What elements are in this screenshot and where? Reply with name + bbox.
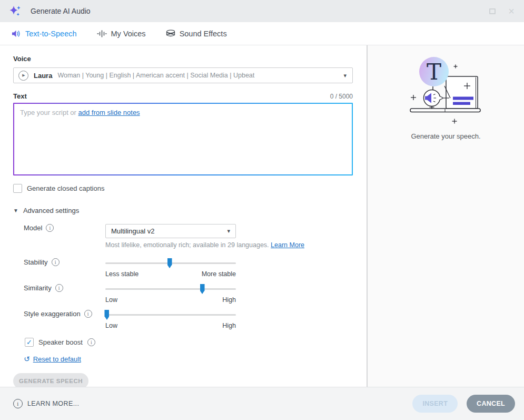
slider-track[interactable]	[105, 314, 236, 316]
char-counter: 0 / 5000	[330, 93, 353, 100]
learn-more-label: LEARN MORE...	[27, 400, 79, 407]
insert-button[interactable]: INSERT	[412, 395, 458, 413]
tab-my-voices[interactable]: My Voices	[97, 30, 146, 38]
advanced-settings-label: Advanced settings	[23, 207, 79, 214]
voice-select[interactable]: ▶ Laura Woman | Young | English | Americ…	[13, 67, 353, 83]
generate-ai-audio-dialog: Generate AI Audio × Text-to-Speech	[0, 0, 524, 420]
speaker-boost-option: ✓ Speaker boost i	[25, 338, 353, 347]
cancel-button[interactable]: CANCEL	[467, 395, 515, 413]
generate-speech-illustration: T	[404, 52, 488, 125]
tab-text-to-speech[interactable]: Text-to-Speech	[12, 30, 77, 38]
chevron-down-icon[interactable]: ▾	[343, 72, 347, 79]
generate-speech-button[interactable]: GENERATE SPEECH	[13, 373, 88, 387]
slider-thumb[interactable]	[167, 258, 172, 268]
svg-text:T: T	[426, 59, 441, 85]
close-icon[interactable]: ×	[508, 6, 515, 16]
slider-min-label: Less stable	[105, 270, 139, 278]
slider-max-label: More stable	[202, 270, 236, 278]
info-icon[interactable]: i	[55, 284, 63, 292]
slider-min-label: Low	[105, 296, 117, 304]
speaker-icon	[12, 30, 21, 38]
drum-icon	[166, 30, 175, 37]
slider-max-label: High	[222, 296, 236, 304]
laptop-icon	[410, 76, 480, 112]
closed-captions-checkbox[interactable]	[13, 184, 22, 193]
letter-t-icon: T	[419, 57, 449, 86]
play-voice-button[interactable]: ▶	[18, 71, 28, 81]
info-icon[interactable]: i	[84, 310, 92, 318]
side-caption: Generate your speech.	[411, 132, 480, 140]
info-icon[interactable]: i	[87, 338, 95, 346]
reset-to-default-link[interactable]: Reset to default	[33, 355, 81, 363]
model-description: Most lifelike, emotionally rich; availab…	[105, 241, 305, 249]
similarity-label: Similarity	[24, 284, 52, 292]
info-icon[interactable]: i	[52, 258, 60, 266]
slider-max-label: High	[222, 322, 236, 329]
dialog-title: Generate AI Audio	[31, 7, 91, 15]
closed-captions-option: Generate closed captions	[13, 184, 353, 193]
tab-label: My Voices	[111, 30, 146, 38]
similarity-slider[interactable]	[105, 284, 236, 295]
model-description-text: Most lifelike, emotionally rich; availab…	[105, 241, 269, 249]
textarea-placeholder: Type your script or	[20, 109, 78, 116]
ai-sparkle-icon	[8, 4, 22, 18]
stability-slider[interactable]	[105, 258, 236, 269]
voice-label: Voice	[13, 55, 353, 63]
style-exaggeration-slider[interactable]	[105, 310, 236, 320]
tab-sound-effects[interactable]: Sound Effects	[166, 30, 227, 38]
slider-min-label: Low	[105, 322, 117, 329]
model-dropdown[interactable]: Multilingual v2 ▾	[105, 224, 236, 238]
side-panel: T Generate you	[368, 45, 524, 387]
closed-captions-label: Generate closed captions	[27, 184, 104, 192]
text-label: Text	[13, 92, 27, 100]
script-textarea[interactable]: Type your script or add from slide notes	[13, 103, 353, 175]
info-icon: i	[13, 399, 23, 408]
reset-icon: ↺	[24, 355, 30, 363]
waveform-icon	[97, 30, 107, 38]
style-exaggeration-label: Style exaggeration	[24, 310, 81, 318]
titlebar: Generate AI Audio ×	[0, 0, 524, 22]
slider-thumb[interactable]	[200, 284, 205, 294]
speaker-boost-label: Speaker boost	[38, 338, 83, 346]
tab-label: Text-to-Speech	[25, 30, 77, 38]
tab-bar: Text-to-Speech My Voices	[0, 22, 524, 45]
window-controls: ×	[489, 6, 515, 16]
speaker-bubble-icon	[423, 90, 443, 106]
maximize-icon[interactable]	[489, 8, 496, 14]
voice-name: Laura	[34, 72, 52, 80]
main-panel: Voice ▶ Laura Woman | Young | English | …	[0, 45, 367, 387]
voice-traits: Woman | Young | English | American accen…	[57, 72, 254, 79]
learn-more-link[interactable]: Learn More	[271, 241, 304, 249]
tab-label: Sound Effects	[180, 30, 227, 38]
triangle-down-icon: ▼	[13, 208, 18, 213]
stability-label: Stability	[24, 258, 48, 266]
learn-more-button[interactable]: i LEARN MORE...	[13, 399, 79, 408]
model-label: Model	[24, 224, 42, 232]
advanced-settings-toggle[interactable]: ▼ Advanced settings	[13, 207, 353, 214]
info-icon[interactable]: i	[46, 224, 54, 232]
slider-track[interactable]	[105, 288, 236, 290]
speaker-boost-checkbox[interactable]: ✓	[25, 338, 34, 347]
model-value: Multilingual v2	[111, 227, 154, 235]
chevron-down-icon: ▾	[227, 228, 230, 235]
footer: i LEARN MORE... INSERT CANCEL	[0, 387, 524, 420]
slider-thumb[interactable]	[104, 310, 109, 320]
add-from-slide-notes-link[interactable]: add from slide notes	[78, 109, 140, 116]
